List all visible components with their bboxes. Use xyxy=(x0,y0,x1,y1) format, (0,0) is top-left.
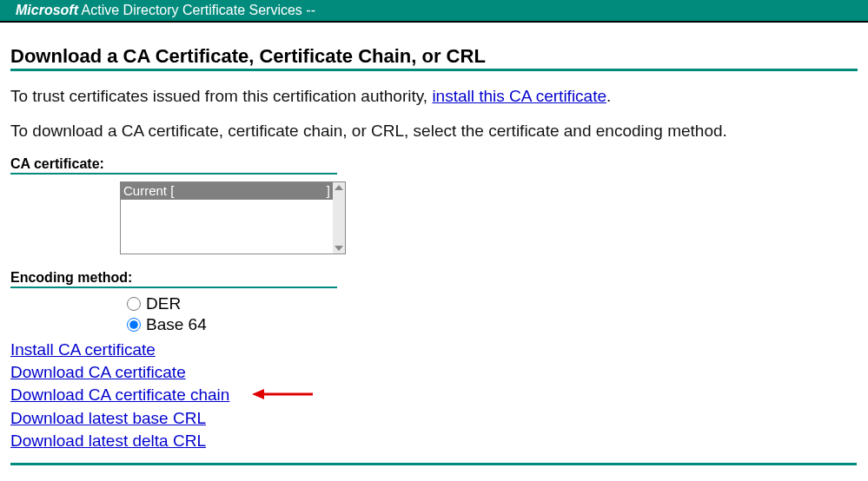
install-ca-link[interactable]: Install CA certificate xyxy=(10,339,156,361)
download-ca-chain-link[interactable]: Download CA certificate chain xyxy=(10,384,229,406)
encoding-radio-group: DER Base 64 xyxy=(120,293,858,335)
encoding-base64-label: Base 64 xyxy=(146,314,207,335)
page-title: Download a CA Certificate, Certificate C… xyxy=(10,45,858,71)
encoding-radio-base64[interactable] xyxy=(127,318,141,332)
listbox-scrollbar[interactable] xyxy=(333,182,345,254)
scroll-down-icon[interactable] xyxy=(335,246,343,251)
ca-list-selected-right: ] xyxy=(327,183,330,199)
service-name: Active Directory Certificate Services -- xyxy=(78,3,315,17)
ca-list-selected-left: Current [ xyxy=(123,183,174,199)
ca-list-selected-item[interactable]: Current [ ] xyxy=(121,182,333,200)
action-links: Install CA certificate Download CA certi… xyxy=(10,339,858,452)
encoding-radio-der[interactable] xyxy=(127,297,141,311)
scroll-up-icon[interactable] xyxy=(335,185,343,190)
download-delta-crl-link[interactable]: Download latest delta CRL xyxy=(10,430,206,452)
encoding-der-label: DER xyxy=(146,293,181,314)
ca-certificate-label: CA certificate: xyxy=(10,156,337,175)
intro1-prefix: To trust certificates issued from this c… xyxy=(10,87,432,105)
header-bar: Microsoft Active Directory Certificate S… xyxy=(0,0,868,23)
download-base-crl-link[interactable]: Download latest base CRL xyxy=(10,407,206,430)
encoding-radio-base64-row[interactable]: Base 64 xyxy=(120,314,858,335)
intro-text-1: To trust certificates issued from this c… xyxy=(10,87,858,106)
install-ca-inline-link[interactable]: install this CA certificate xyxy=(432,87,606,105)
download-ca-cert-link[interactable]: Download CA certificate xyxy=(10,361,186,384)
red-arrow-annotation xyxy=(252,384,313,406)
brand-label: Microsoft xyxy=(16,3,78,17)
intro1-suffix: . xyxy=(606,87,611,105)
ca-certificate-listbox[interactable]: Current [ ] xyxy=(120,181,346,254)
svg-marker-1 xyxy=(252,389,264,399)
encoding-method-label: Encoding method: xyxy=(10,270,337,288)
encoding-radio-der-row[interactable]: DER xyxy=(120,293,858,314)
content-area: Download a CA Certificate, Certificate C… xyxy=(0,23,868,469)
bottom-divider xyxy=(10,463,857,465)
intro-text-2: To download a CA certificate, certificat… xyxy=(10,122,858,141)
